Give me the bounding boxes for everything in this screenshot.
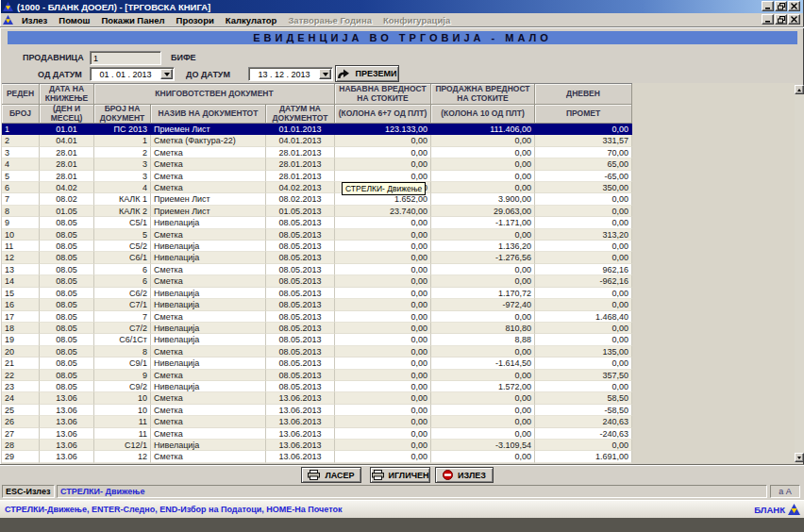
table-row[interactable]: 801.05КАЛК 2Приемен Лист01.05.201323.740… bbox=[2, 206, 632, 217]
header-knigovotstven-dokument: КНИГОВОТСТВЕН ДОКУМЕНТ bbox=[94, 84, 335, 105]
table-row[interactable]: 2913.0612Сметка13.06.20130,000,001.691,0… bbox=[2, 451, 632, 462]
brand-badge: БЛАНК bbox=[754, 504, 800, 515]
table-cell: С5/1 bbox=[94, 217, 151, 228]
table-row[interactable]: 2613.0611Сметка13.06.20130,000,00240,63 bbox=[2, 416, 632, 427]
close-button[interactable] bbox=[788, 1, 800, 11]
header-reden: РЕДЕН bbox=[2, 84, 40, 105]
menu-item[interactable]: Калкулатор bbox=[220, 15, 283, 25]
table-row[interactable]: 1008.055Сметка08.05.20130,000,00313,20 bbox=[2, 229, 632, 241]
table-row[interactable]: 2813.06С12/1Нивелација13.06.20130,00-3.1… bbox=[2, 440, 632, 451]
table-row[interactable]: 101.01ПС 2013Приемен Лист01.01.2013123.1… bbox=[2, 124, 632, 135]
table-row[interactable]: 528.013Сметка28.01.20130,000,00-65,00 bbox=[2, 171, 632, 182]
table-row[interactable]: 2008.058Сметка08.05.20130,000,00135,00 bbox=[2, 346, 632, 357]
table-row[interactable]: 1608.05С7/1Нивелација08.05.20130,00-972,… bbox=[2, 299, 632, 310]
minimize-button[interactable] bbox=[762, 1, 774, 11]
table-row[interactable]: 204.011Сметка (Фактура-22)04.01.20130,00… bbox=[2, 135, 632, 146]
table-cell: 0,00 bbox=[335, 135, 431, 146]
table-row[interactable]: 1908.05С6/1СтНивелација08.05.20130,008,8… bbox=[2, 334, 632, 345]
table-body: 101.01ПС 2013Приемен Лист01.01.2013123.1… bbox=[2, 124, 632, 463]
table-cell: 13.06 bbox=[40, 428, 94, 440]
table-cell: 28.01 bbox=[40, 147, 94, 158]
table-cell: 6 bbox=[94, 264, 151, 275]
store-input[interactable]: 1 bbox=[90, 51, 161, 65]
download-button-label: ПРЕЗЕМИ bbox=[355, 69, 396, 78]
stop-icon bbox=[443, 470, 453, 480]
table-row[interactable]: 1308.056Сметка08.05.20130,000,00962,16 bbox=[2, 264, 632, 275]
table-cell: 08.05 bbox=[40, 252, 94, 263]
restore-button[interactable] bbox=[775, 1, 787, 11]
status-esc: ESC-Излез bbox=[2, 485, 55, 498]
menu-bar: ИзлезПомошПокажи ПанелПрозориКалкулаторЗ… bbox=[1, 13, 803, 26]
table-row[interactable]: 2308.05С9/2Нивелација08.05.20130,001.572… bbox=[2, 381, 632, 392]
table-row[interactable]: 2713.0611Сметка13.06.20130,000,00-240,63 bbox=[2, 428, 632, 440]
table-cell: 5 bbox=[94, 229, 151, 241]
table-row[interactable]: 1208.05С6/1Нивелација08.05.20130,00-1.27… bbox=[2, 252, 632, 263]
scroll-down-button[interactable] bbox=[795, 453, 804, 462]
grid-empty-area bbox=[632, 83, 795, 463]
menu-item: Затворање Година bbox=[282, 15, 377, 25]
table-cell: 0,00 bbox=[431, 158, 535, 170]
from-date-combobox[interactable]: 01 . 01 . 2013 bbox=[90, 67, 175, 81]
table-row[interactable]: 2513.0610Сметка13.06.20130,000,00-58,50 bbox=[2, 405, 632, 416]
table-cell: Сметка bbox=[151, 428, 266, 440]
table-cell: 9 bbox=[2, 217, 40, 228]
table-row[interactable]: 708.02КАЛК 1Приемен Лист08.02.20131.652,… bbox=[2, 193, 632, 205]
table-row[interactable]: 1508.05С6/2Нивелација08.05.20130,001.170… bbox=[2, 288, 632, 299]
table-cell: 28.01 bbox=[40, 171, 94, 182]
ledger-table: РЕДЕН ДАТА НА КНИЖЕЊЕ КНИГОВОТСТВЕН ДОКУ… bbox=[2, 83, 632, 462]
table-row[interactable]: 1408.056Сметка08.05.20130,000,00-962,16 bbox=[2, 275, 632, 287]
table-cell: 17 bbox=[2, 311, 40, 323]
table-cell: Сметка bbox=[151, 275, 266, 287]
scroll-up-button[interactable] bbox=[795, 85, 804, 94]
mdi-close-button[interactable] bbox=[788, 14, 800, 25]
table-cell: 24 bbox=[2, 392, 40, 404]
table-row[interactable]: 604.024Сметка04.02.20130,000,00350,00 bbox=[2, 182, 632, 193]
table-row[interactable]: 1808.05С7/2Нивелација08.05.20130,00810,8… bbox=[2, 323, 632, 334]
table-row[interactable]: 1708.057Сметка08.05.20130,000,001.468,40 bbox=[2, 311, 632, 323]
table-cell: Приемен Лист bbox=[151, 124, 266, 135]
table-cell: 0,00 bbox=[335, 381, 431, 392]
mdi-restore-button[interactable] bbox=[775, 14, 787, 25]
table-cell: -972,40 bbox=[431, 299, 535, 310]
table-cell: 6 bbox=[94, 275, 151, 287]
menu-item[interactable]: Излез bbox=[16, 15, 53, 25]
table-cell: Нивелација bbox=[151, 241, 266, 252]
mdi-minimize-button[interactable] bbox=[762, 14, 774, 25]
table-cell: 2 bbox=[2, 135, 40, 146]
table-cell: 08.05.2013 bbox=[266, 346, 335, 357]
header-datum-dokument: ДАТУМ НА ДОКУМЕНТОТ bbox=[266, 105, 335, 124]
table-row[interactable]: 428.013Сметка28.01.20130,000,0065,00 bbox=[2, 158, 632, 170]
table-row[interactable]: 2208.059Сметка08.05.20130,000,00357,50 bbox=[2, 370, 632, 381]
table-row[interactable]: 2413.0610Сметка13.06.20130,000,0058,50 bbox=[2, 392, 632, 404]
table-cell: 28.01.2013 bbox=[266, 147, 335, 158]
table-cell: 7 bbox=[94, 311, 151, 323]
table-cell: 29.063,00 bbox=[431, 206, 535, 217]
laser-print-button[interactable]: ЛАСЕР bbox=[301, 467, 361, 483]
matrix-print-button[interactable]: ИГЛИЧЕН bbox=[370, 467, 430, 483]
matrix-button-label: ИГЛИЧЕН bbox=[389, 471, 429, 480]
from-date-dropdown-button[interactable] bbox=[160, 69, 173, 79]
table-cell: 23.740,00 bbox=[335, 206, 431, 217]
table-cell: 8 bbox=[2, 206, 40, 217]
printer-icon bbox=[372, 470, 384, 480]
vertical-scrollbar[interactable] bbox=[795, 85, 804, 462]
keyboard-layout-indicator[interactable]: а А bbox=[770, 485, 800, 498]
menu-item[interactable]: Покажи Панел bbox=[95, 15, 170, 25]
table-cell: С6/1Ст bbox=[94, 334, 151, 345]
printer-icon bbox=[308, 470, 320, 480]
to-date-combobox[interactable]: 13 . 12 . 2013 bbox=[248, 67, 333, 81]
table-cell: 5 bbox=[2, 171, 40, 182]
menu-item[interactable]: Прозори bbox=[171, 15, 220, 25]
hint-bar: СТРЕЛКИ-Движење, ENTER-Следно, END-Избор… bbox=[0, 500, 804, 518]
table-cell: С7/1 bbox=[94, 299, 151, 310]
table-row[interactable]: 1108.05С5/2Нивелација08.05.20130,001.136… bbox=[2, 241, 632, 252]
table-row[interactable]: 2108.05С9/1Нивелација08.05.20130,00-1.61… bbox=[2, 357, 632, 369]
to-date-dropdown-button[interactable] bbox=[319, 69, 331, 79]
table-cell: 0,00 bbox=[431, 229, 535, 241]
table-row[interactable]: 328.012Сметка28.01.20130,000,0070,00 bbox=[2, 147, 632, 158]
menu-item[interactable]: Помош bbox=[53, 15, 95, 25]
table-row[interactable]: 908.05С5/1Нивелација08.05.20130,00-1.171… bbox=[2, 217, 632, 228]
table-cell: 13 bbox=[2, 264, 40, 275]
exit-button[interactable]: ИЗЛЕЗ bbox=[435, 467, 494, 483]
download-button[interactable]: ПРЕЗЕМИ bbox=[335, 65, 399, 82]
